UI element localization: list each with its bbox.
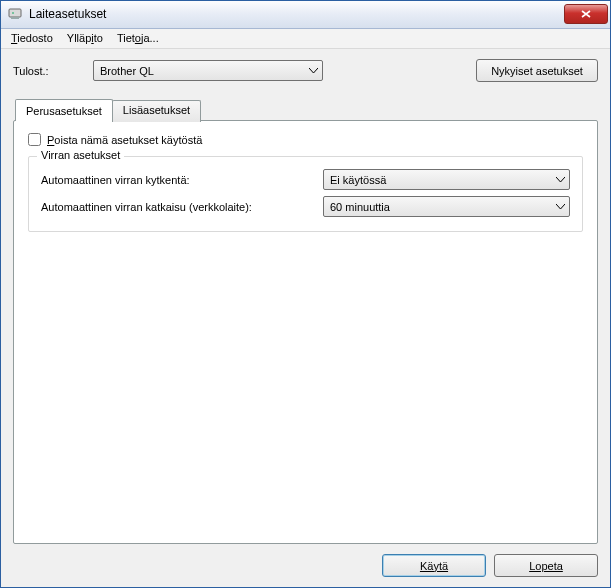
printer-label: Tulost.: bbox=[13, 65, 93, 77]
auto-power-on-select[interactable]: Ei käytössä bbox=[323, 169, 570, 190]
auto-power-off-row: Automaattinen virran katkaisu (verkkolai… bbox=[41, 196, 570, 217]
tab-panel-basic: Poista nämä asetukset käytöstä Virran as… bbox=[13, 120, 598, 544]
footer: Käytä Lopeta bbox=[13, 544, 598, 577]
svg-rect-0 bbox=[9, 9, 21, 17]
svg-rect-1 bbox=[11, 17, 19, 19]
menu-maint[interactable]: Ylläpito bbox=[61, 30, 109, 46]
printer-select-value: Brother QL bbox=[100, 65, 154, 77]
auto-power-off-select[interactable]: 60 minuuttia bbox=[323, 196, 570, 217]
printer-row: Tulost.: Brother QL Nykyiset asetukset bbox=[13, 59, 598, 82]
power-settings-group: Virran asetukset Automaattinen virran ky… bbox=[28, 156, 583, 232]
svg-point-2 bbox=[12, 12, 14, 14]
disable-settings-checkbox[interactable] bbox=[28, 133, 41, 146]
auto-power-on-value: Ei käytössä bbox=[330, 174, 386, 186]
auto-power-on-label: Automaattinen virran kytkentä: bbox=[41, 174, 323, 186]
auto-power-off-label: Automaattinen virran katkaisu (verkkolai… bbox=[41, 201, 323, 213]
tab-basic[interactable]: Perusasetukset bbox=[15, 99, 113, 121]
titlebar[interactable]: Laiteasetukset bbox=[1, 1, 610, 29]
disable-settings-row: Poista nämä asetukset käytöstä bbox=[28, 133, 583, 146]
apply-label: Käytä bbox=[420, 560, 448, 572]
close-button[interactable] bbox=[564, 4, 608, 24]
current-settings-button[interactable]: Nykyiset asetukset bbox=[476, 59, 598, 82]
current-settings-label: Nykyiset asetukset bbox=[491, 65, 583, 77]
disable-settings-label: Poista nämä asetukset käytöstä bbox=[47, 134, 202, 146]
app-icon bbox=[7, 6, 23, 22]
device-settings-window: Laiteasetukset TiedostoYlläpitoTietoja..… bbox=[0, 0, 611, 588]
content: Tulost.: Brother QL Nykyiset asetukset P… bbox=[1, 49, 610, 587]
exit-button[interactable]: Lopeta bbox=[494, 554, 598, 577]
chevron-down-icon bbox=[556, 204, 565, 210]
printer-select[interactable]: Brother QL bbox=[93, 60, 323, 81]
menu-info[interactable]: Tietoja... bbox=[111, 30, 165, 46]
chevron-down-icon bbox=[556, 177, 565, 183]
tabs: Perusasetukset Lisäasetukset Poista nämä… bbox=[13, 98, 598, 544]
menubar: TiedostoYlläpitoTietoja... bbox=[1, 29, 610, 49]
power-settings-legend: Virran asetukset bbox=[37, 149, 124, 161]
menu-file[interactable]: Tiedosto bbox=[5, 30, 59, 46]
apply-button[interactable]: Käytä bbox=[382, 554, 486, 577]
tab-extra[interactable]: Lisäasetukset bbox=[112, 100, 201, 122]
chevron-down-icon bbox=[309, 68, 318, 74]
tab-basic-label: Perusasetukset bbox=[26, 105, 102, 117]
tab-extra-label: Lisäasetukset bbox=[123, 104, 190, 116]
auto-power-off-value: 60 minuuttia bbox=[330, 201, 390, 213]
exit-label: Lopeta bbox=[529, 560, 563, 572]
tabstrip: Perusasetukset Lisäasetukset bbox=[15, 98, 598, 120]
auto-power-on-row: Automaattinen virran kytkentä: Ei käytös… bbox=[41, 169, 570, 190]
window-title: Laiteasetukset bbox=[29, 7, 564, 21]
